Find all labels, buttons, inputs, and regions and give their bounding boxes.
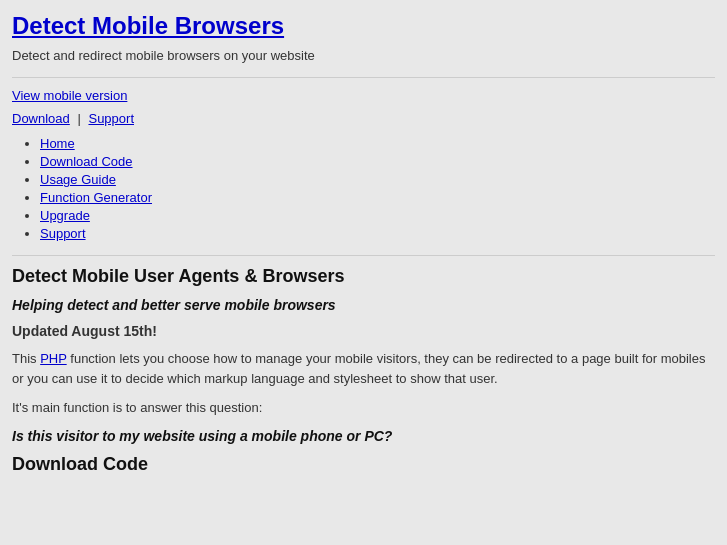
download-link[interactable]: Download <box>12 111 70 126</box>
list-item: Support <box>40 226 715 241</box>
php-link[interactable]: PHP <box>40 351 67 366</box>
menu-download-code-link[interactable]: Download Code <box>40 154 133 169</box>
list-item: Usage Guide <box>40 172 715 187</box>
view-mobile-link[interactable]: View mobile version <box>12 88 715 103</box>
page-title: Detect Mobile Browsers <box>12 12 715 40</box>
menu-list: Home Download Code Usage Guide Function … <box>40 136 715 241</box>
menu-usage-guide-link[interactable]: Usage Guide <box>40 172 116 187</box>
list-item: Function Generator <box>40 190 715 205</box>
question-text: Is this visitor to my website using a mo… <box>12 428 715 444</box>
nav-links: Download | Support <box>12 111 715 126</box>
list-item: Upgrade <box>40 208 715 223</box>
page-title-link[interactable]: Detect Mobile Browsers <box>12 12 284 39</box>
list-item: Home <box>40 136 715 151</box>
main-content-heading: Detect Mobile User Agents & Browsers <box>12 266 715 287</box>
divider-2 <box>12 255 715 256</box>
page-subtitle: Detect and redirect mobile browsers on y… <box>12 48 715 63</box>
nav-separator: | <box>77 111 80 126</box>
sub-heading: Helping detect and better serve mobile b… <box>12 297 715 313</box>
body-text-1: This PHP function lets you choose how to… <box>12 349 715 388</box>
download-code-heading: Download Code <box>12 454 715 475</box>
body-text-after-link: function lets you choose how to manage y… <box>12 351 705 386</box>
menu-support-link[interactable]: Support <box>40 226 86 241</box>
menu-home-link[interactable]: Home <box>40 136 75 151</box>
divider-1 <box>12 77 715 78</box>
support-link[interactable]: Support <box>88 111 134 126</box>
menu-upgrade-link[interactable]: Upgrade <box>40 208 90 223</box>
body-text-before-link: This <box>12 351 40 366</box>
menu-function-generator-link[interactable]: Function Generator <box>40 190 152 205</box>
list-item: Download Code <box>40 154 715 169</box>
updated-text: Updated August 15th! <box>12 323 715 339</box>
body-text-2: It's main function is to answer this que… <box>12 398 715 418</box>
